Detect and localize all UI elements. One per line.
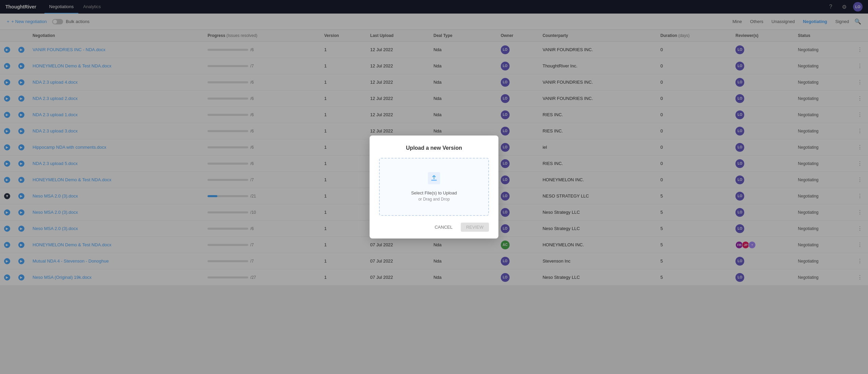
upload-modal: Upload a new Version Select File(s) to U… xyxy=(370,136,498,238)
upload-icon xyxy=(387,172,481,187)
modal-actions: CANCEL REVIEW xyxy=(379,223,489,232)
upload-select-text: Select File(s) to Upload xyxy=(387,190,481,195)
upload-drag-text: or Drag and Drop xyxy=(387,197,481,202)
modal-title: Upload a new Version xyxy=(379,145,489,151)
upload-dropzone[interactable]: Select File(s) to Upload or Drag and Dro… xyxy=(379,158,489,216)
cancel-button[interactable]: CANCEL xyxy=(431,223,457,232)
modal-overlay[interactable]: Upload a new Version Select File(s) to U… xyxy=(0,0,868,286)
review-button: REVIEW xyxy=(461,223,489,232)
